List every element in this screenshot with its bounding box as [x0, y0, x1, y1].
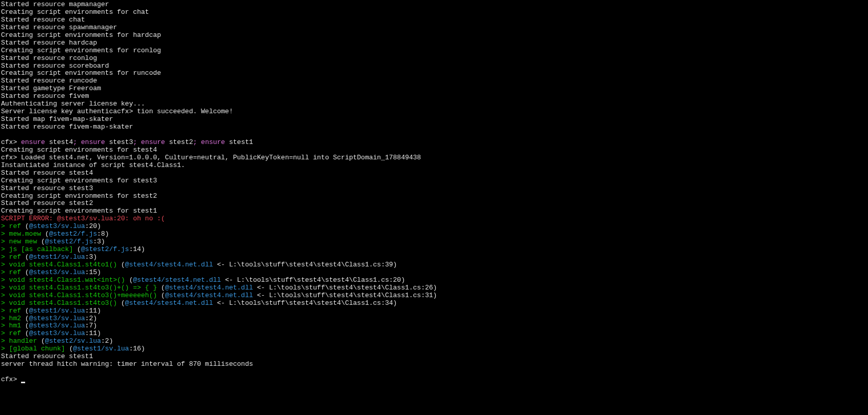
- trace-file: @stest1/sv.lua: [73, 345, 129, 352]
- prompt-line[interactable]: cfx>: [1, 376, 867, 384]
- trace-file: @stest4/stest4.net.dll: [165, 284, 253, 292]
- log-line: Started resource stest2: [1, 200, 867, 208]
- trace-line: > void stest4.Class1.st4to3()+meeeeeh() …: [1, 292, 867, 300]
- cursor-icon: [21, 382, 25, 383]
- trace-file: @stest2/f.js: [49, 230, 97, 238]
- log-line: Creating script environments for stest4: [1, 147, 867, 154]
- prompt: cfx>: [1, 376, 21, 383]
- blank-line: [1, 368, 867, 376]
- log-line: Started resource runcode: [1, 77, 867, 85]
- trace-line: > hm1 (@stest3/sv.lua:7): [1, 322, 867, 330]
- log-line: Started resource rconlog: [1, 55, 867, 63]
- trace-line: > ref (@stest3/sv.lua:20): [1, 223, 867, 231]
- trace-file: @stest1/sv.lua: [29, 253, 85, 261]
- trace-line: > ref (@stest3/sv.lua:15): [1, 269, 867, 277]
- trace-line: > js [as callback] (@stest2/f.js:14): [1, 246, 867, 254]
- trace-file: @stest2/f.js: [81, 245, 129, 253]
- trace-line: > ref (@stest3/sv.lua:11): [1, 330, 867, 338]
- trace-line: > handler (@stest2/sv.lua:2): [1, 338, 867, 345]
- log-line: Started map fivem-map-skater: [1, 116, 867, 123]
- log-line: Creating script environments for rconlog: [1, 47, 867, 55]
- trace-line: > void stest4.Class1.st4to3() (@stest4/s…: [1, 300, 867, 307]
- log-line: Started resource fivem: [1, 93, 867, 100]
- log-line: Creating script environments for chat: [1, 9, 867, 16]
- prompt: cfx>: [1, 138, 21, 146]
- trace-file: @stest2/f.js: [45, 238, 93, 245]
- trace-file: @stest3/sv.lua: [29, 322, 85, 329]
- cmd-keyword: ensure: [201, 138, 225, 146]
- terminal-output: Started resource mapmanager Creating scr…: [1, 1, 867, 384]
- log-line: Started resource stest3: [1, 185, 867, 193]
- trace-line: > void stest4.Class1.st4to1() (@stest4/s…: [1, 261, 867, 269]
- trace-line: > hm2 (@stest3/sv.lua:2): [1, 315, 867, 323]
- trace-file: @stest4/stest4.net.dll: [125, 299, 213, 307]
- log-line: Started resource stest4: [1, 170, 867, 177]
- trace-line: > void stest4.Class1.st4to3()+() => { } …: [1, 284, 867, 292]
- log-line: Started gametype Freeroam: [1, 85, 867, 93]
- trace-file: @stest4/stest4.net.dll: [125, 261, 213, 268]
- log-line: Started resource mapmanager: [1, 1, 867, 9]
- log-line: Started resource fivem-map-skater: [1, 123, 867, 131]
- trace-file: @stest3/sv.lua: [29, 329, 85, 337]
- trace-file: @stest3/sv.lua: [29, 222, 85, 230]
- trace-line: > new mew (@stest2/f.js:3): [1, 238, 867, 246]
- cmd-keyword: ensure: [141, 138, 165, 146]
- log-line: Creating script environments for runcode: [1, 70, 867, 77]
- trace-file: @stest2/sv.lua: [45, 337, 101, 345]
- trace-file: @stest3/sv.lua: [29, 315, 85, 322]
- log-line: Started resource spawnmanager: [1, 24, 867, 32]
- command-line[interactable]: cfx> ensure stest4; ensure stest3; ensur…: [1, 139, 867, 147]
- log-line: Started resource hardcap: [1, 39, 867, 47]
- trace-line: > ref (@stest1/sv.lua:3): [1, 254, 867, 261]
- error-line: SCRIPT ERROR: @stest3/sv.lua:20: oh no :…: [1, 215, 867, 223]
- log-line: Started resource scoreboard: [1, 63, 867, 70]
- cmd-keyword: ensure: [21, 138, 45, 146]
- blank-line: [1, 131, 867, 139]
- log-line: Creating script environments for hardcap: [1, 32, 867, 39]
- trace-file: @stest1/sv.lua: [29, 307, 85, 315]
- log-line: Started resource stest1: [1, 353, 867, 361]
- trace-line: > void stest4.Class1.wat<int>() (@stest4…: [1, 277, 867, 284]
- log-line: Creating script environments for stest1: [1, 208, 867, 215]
- log-line: cfx> Loaded stest4.net, Version=1.0.0.0,…: [1, 154, 867, 162]
- log-line: Instantiated instance of script stest4.C…: [1, 162, 867, 170]
- trace-file: @stest3/sv.lua: [29, 268, 85, 276]
- log-line: Started resource chat: [1, 16, 867, 24]
- log-line: Creating script environments for stest2: [1, 193, 867, 200]
- trace-file: @stest4/stest4.net.dll: [165, 292, 253, 299]
- cmd-keyword: ensure: [81, 138, 105, 146]
- trace-file: @stest4/stest4.net.dll: [133, 276, 221, 284]
- log-line: Creating script environments for stest3: [1, 177, 867, 185]
- log-line: Authenticating server license key...: [1, 100, 867, 108]
- trace-line: > [global chunk] (@stest1/sv.lua:16): [1, 345, 867, 353]
- trace-line: > ref (@stest1/sv.lua:11): [1, 307, 867, 315]
- trace-line: > mew.moew (@stest2/f.js:8): [1, 231, 867, 238]
- log-line: Server license key authenticacfx> tion s…: [1, 108, 867, 116]
- log-line: server thread hitch warning: timer inter…: [1, 361, 867, 368]
